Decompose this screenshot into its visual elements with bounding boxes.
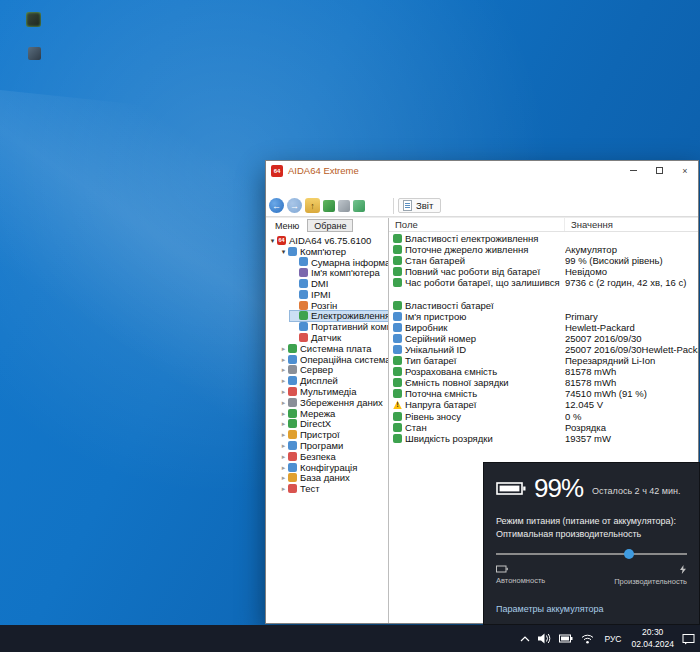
- desktop-icon-2[interactable]: [28, 47, 41, 60]
- field-label: Унікальний ID: [405, 344, 466, 355]
- expander-icon: ▸: [279, 366, 288, 373]
- tree-item[interactable]: ▸ Програми: [279, 440, 346, 451]
- tree-item[interactable]: ▸ Операційна система: [279, 354, 388, 365]
- tree-item[interactable]: IPMI: [290, 289, 334, 300]
- refresh-icon[interactable]: [323, 200, 335, 212]
- tray-battery-icon[interactable]: [559, 634, 573, 643]
- table-row[interactable]: Час роботи батареї, що залишився 9736 с …: [389, 277, 698, 288]
- battery-full-time-icon: [393, 267, 402, 276]
- slider-track[interactable]: [496, 553, 687, 555]
- battery-settings-link[interactable]: Параметры аккумулятора: [496, 604, 687, 614]
- power-slider[interactable]: [496, 548, 687, 560]
- table-row[interactable]: Серійний номер 25007 2016/09/30: [389, 333, 698, 344]
- table-row[interactable]: Унікальний ID 25007 2016/09/30Hewlett-Pa…: [389, 344, 698, 355]
- tree-item[interactable]: ▸ Пристрої: [279, 429, 343, 440]
- table-row[interactable]: Розрахована ємність 81578 mWh: [389, 366, 698, 377]
- tree-item[interactable]: ▸ Мультимедіа: [279, 386, 360, 397]
- field-label: Стан: [405, 422, 427, 433]
- table-row[interactable]: Напруга батареї 12.045 V: [389, 399, 698, 410]
- clock-time: 20:30: [631, 627, 674, 638]
- preferences-icon[interactable]: [338, 200, 350, 212]
- dmi-icon: [299, 279, 308, 288]
- expander-icon: ▾: [279, 248, 288, 255]
- expander-icon: ▸: [279, 485, 288, 492]
- forward-icon[interactable]: →: [287, 198, 302, 213]
- table-row[interactable]: Тип батареї Перезарядний Li-Ion: [389, 355, 698, 366]
- column-header-value[interactable]: Значення: [565, 219, 698, 230]
- report-button[interactable]: Звіт: [398, 198, 441, 213]
- tree-item[interactable]: ▸ DirectX: [279, 419, 334, 430]
- tree-item[interactable]: ▸ Конфігурація: [279, 462, 360, 473]
- expander-icon: ▸: [279, 388, 288, 395]
- table-row[interactable]: Стан Розрядка: [389, 422, 698, 433]
- tree-item[interactable]: Портативний комп'ютер: [290, 321, 388, 332]
- directx-icon: [288, 419, 297, 428]
- tree-item[interactable]: Сумарна інформація: [290, 257, 388, 268]
- tree-item[interactable]: ▸ Сервер: [279, 365, 336, 376]
- minimize-button[interactable]: [620, 161, 646, 180]
- tree-item[interactable]: ▾ Комп'ютер: [279, 246, 349, 257]
- titlebar: 64 AIDA64 Extreme ×: [266, 161, 698, 180]
- power-mode-label: Режим питания (питание от аккумулятора):: [496, 516, 687, 526]
- tree-item[interactable]: ▸ Мережа: [279, 408, 338, 419]
- clock[interactable]: 20:30 02.04.2024: [631, 627, 674, 649]
- tree-item[interactable]: Ім'я комп'ютера: [290, 267, 383, 278]
- desktop-icon-1[interactable]: [26, 12, 41, 27]
- maximize-button[interactable]: [646, 161, 672, 180]
- tree-item-label: Мультимедіа: [300, 386, 357, 397]
- table-row[interactable]: [389, 288, 698, 299]
- table-row[interactable]: Швидкість розрядки 19357 mW: [389, 433, 698, 444]
- menubar: [266, 180, 698, 195]
- tree-item[interactable]: ▸ Системна плата: [279, 343, 374, 354]
- volume-icon[interactable]: [538, 633, 551, 644]
- tab-favorites[interactable]: Обране: [307, 219, 353, 232]
- table-row[interactable]: Поточна ємність 74510 mWh (91 %): [389, 388, 698, 399]
- wear-level-icon: [393, 412, 402, 421]
- report-wizard-icon[interactable]: [353, 200, 365, 212]
- tree-item[interactable]: Датчик: [290, 332, 344, 343]
- tree-item[interactable]: ▾ AIDA64 v6.75.6100: [268, 235, 374, 246]
- table-row[interactable]: Виробник Hewlett-Packard: [389, 322, 698, 333]
- tree-item-label: Електроживлення: [311, 310, 388, 321]
- battery-percent: 99%: [534, 473, 583, 504]
- expander-icon: ▸: [279, 474, 288, 481]
- tab-menu[interactable]: Меню: [270, 221, 304, 231]
- tree-item[interactable]: ▸ Дисплей: [279, 375, 341, 386]
- tree-item[interactable]: Розгін: [290, 300, 340, 311]
- table-row[interactable]: Ємність повної зарядки 81578 mWh: [389, 377, 698, 388]
- tree-item-label: Операційна система: [300, 354, 388, 365]
- language-indicator[interactable]: РУС: [602, 634, 623, 644]
- table-row[interactable]: Поточне джерело живлення Акумулятор: [389, 244, 698, 255]
- close-button[interactable]: ×: [672, 161, 698, 180]
- toolbar-separator: [393, 198, 394, 214]
- table-row[interactable]: Стан батарей 99 % (Високий рівень): [389, 255, 698, 266]
- slider-thumb[interactable]: [624, 549, 634, 559]
- action-center-icon[interactable]: [682, 633, 695, 645]
- tree-item[interactable]: ▸ Безпека: [279, 451, 339, 462]
- table-row[interactable]: Рівень зносу 0 %: [389, 411, 698, 422]
- tree-item[interactable]: Електроживлення: [290, 311, 388, 322]
- tree-item[interactable]: DMI: [290, 278, 331, 289]
- table-row[interactable]: Властивості батареї: [389, 300, 698, 311]
- slider-right-label: Производительность: [614, 577, 687, 586]
- os-icon: [288, 355, 297, 364]
- value-text: 19357 mW: [565, 433, 698, 444]
- clock-date: 02.04.2024: [631, 639, 674, 650]
- slider-left-label: Автономность: [496, 576, 545, 585]
- table-row[interactable]: Повний час роботи від батареї Невідомо: [389, 266, 698, 277]
- tree-item[interactable]: ▸ База даних: [279, 473, 353, 484]
- battery-state-icon: [393, 423, 402, 432]
- back-icon[interactable]: ←: [269, 198, 284, 213]
- tree-item-label: Мережа: [300, 408, 335, 419]
- value-text: 0 %: [565, 411, 698, 422]
- value-text: Hewlett-Packard: [565, 322, 698, 333]
- column-header-field[interactable]: Поле: [389, 218, 565, 231]
- show-hidden-icons-chevron[interactable]: [520, 636, 530, 642]
- tree-item[interactable]: ▸ Тест: [279, 483, 323, 494]
- table-row[interactable]: Властивості електроживлення: [389, 233, 698, 244]
- table-row[interactable]: Ім'я пристрою Primary: [389, 311, 698, 322]
- up-icon[interactable]: ↑: [305, 198, 320, 213]
- network-icon[interactable]: [581, 634, 594, 644]
- tree-item[interactable]: ▸ Збереження даних: [279, 397, 386, 408]
- field-label: Напруга батареї: [405, 399, 476, 410]
